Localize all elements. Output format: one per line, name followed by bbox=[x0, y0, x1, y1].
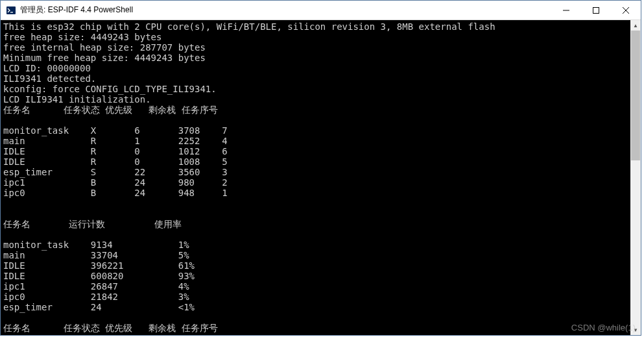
output-line: IDLE 396221 61% bbox=[3, 260, 195, 271]
maximize-button[interactable] bbox=[581, 1, 611, 19]
output-line: Minimum free heap size: 4449243 bytes bbox=[3, 53, 206, 63]
window-controls bbox=[551, 1, 641, 19]
output-line: 任务名 任务状态 优先级 剩余栈 任务序号 bbox=[3, 323, 218, 333]
output-line: IDLE R 0 1008 5 bbox=[3, 156, 228, 167]
svg-rect-0 bbox=[6, 6, 16, 14]
output-line: LCD ILI9341 initialization. bbox=[3, 94, 151, 105]
output-line: ipc1 B 24 980 2 bbox=[3, 177, 228, 188]
output-line: ipc1 26847 4% bbox=[3, 281, 189, 292]
output-line: main 33704 5% bbox=[3, 250, 189, 260]
scroll-thumb[interactable] bbox=[631, 31, 640, 160]
output-line: IDLE R 0 1012 6 bbox=[3, 146, 228, 156]
output-line: main R 1 2252 4 bbox=[3, 136, 228, 146]
output-line: free heap size: 4449243 bytes bbox=[3, 32, 161, 42]
output-line: LCD ID: 00000000 bbox=[3, 63, 91, 73]
terminal-area: This is esp32 chip with 2 CPU core(s), W… bbox=[1, 20, 641, 335]
terminal-output[interactable]: This is esp32 chip with 2 CPU core(s), W… bbox=[1, 20, 630, 335]
output-line: ipc0 21842 3% bbox=[3, 292, 189, 302]
output-line: kconfig: force CONFIG_LCD_TYPE_ILI9341. bbox=[3, 84, 217, 94]
output-line: ipc0 B 24 948 1 bbox=[3, 188, 228, 198]
output-line: This is esp32 chip with 2 CPU core(s), W… bbox=[3, 21, 495, 32]
svg-rect-3 bbox=[593, 7, 599, 13]
output-line: monitor_task X 6 3708 7 bbox=[3, 125, 228, 136]
titlebar: 管理员: ESP-IDF 4.4 PowerShell bbox=[1, 1, 641, 20]
vertical-scrollbar[interactable]: ▲ ▼ bbox=[630, 20, 641, 335]
output-line: esp_timer 24 <1% bbox=[3, 302, 195, 312]
powershell-icon bbox=[6, 5, 16, 16]
output-line: free internal heap size: 287707 bytes bbox=[3, 42, 206, 53]
powershell-window: 管理员: ESP-IDF 4.4 PowerShell This is esp3… bbox=[0, 0, 641, 336]
output-line: ILI9341 detected. bbox=[3, 73, 96, 84]
window-title: 管理员: ESP-IDF 4.4 PowerShell bbox=[20, 5, 551, 16]
output-line: monitor_task 9134 1% bbox=[3, 240, 189, 250]
minimize-button[interactable] bbox=[551, 1, 581, 19]
scroll-up-button[interactable]: ▲ bbox=[630, 20, 641, 31]
output-line: IDLE 600820 93% bbox=[3, 271, 195, 281]
output-line: 任务名 任务状态 优先级 剩余栈 任务序号 bbox=[3, 105, 218, 115]
output-line: 任务名 运行计数 使用率 bbox=[3, 219, 182, 229]
close-button[interactable] bbox=[611, 1, 641, 19]
scroll-down-button[interactable]: ▼ bbox=[630, 325, 641, 335]
output-line: esp_timer S 22 3560 3 bbox=[3, 167, 228, 177]
